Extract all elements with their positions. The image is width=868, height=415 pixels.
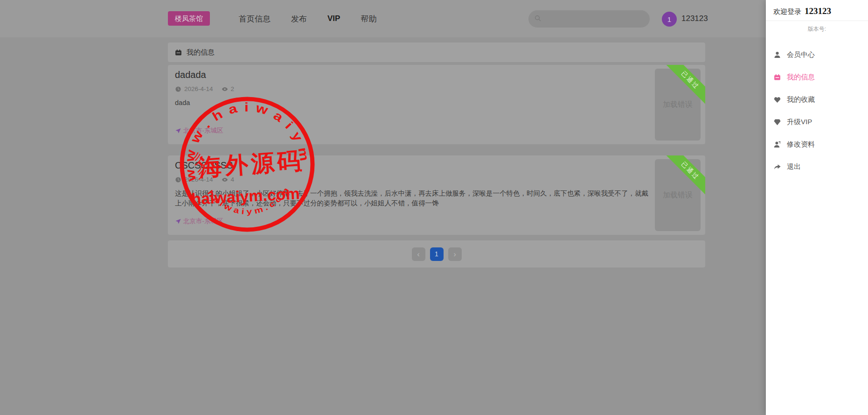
post-meta: 2026-4-14 2 <box>175 85 234 92</box>
post-date: 2026-4-14 <box>184 176 213 183</box>
post-location-text: 北京市-东城区 <box>183 127 223 135</box>
post-card[interactable]: CSCSCCSSS 2026-4-14 4 这是认识很久的小姐姐了，小区好停车，… <box>168 155 705 235</box>
clock-icon <box>175 86 181 92</box>
edit-profile-icon <box>773 141 781 148</box>
sidebar-item-my-info[interactable]: 我的信息 <box>766 66 868 88</box>
my-info-icon <box>174 49 182 56</box>
post-image-placeholder: 加载错误 <box>655 159 701 231</box>
my-info-icon <box>773 73 781 81</box>
navigation-icon <box>175 127 181 134</box>
sidebar-item-label: 我的信息 <box>787 73 815 82</box>
welcome-prefix: 欢迎登录 <box>773 7 801 15</box>
version-label: 版本号: <box>766 21 868 38</box>
member-icon <box>773 51 781 59</box>
post-views: 4 <box>231 176 235 183</box>
clock-icon <box>175 176 181 183</box>
sidebar-item-label: 修改资料 <box>787 140 815 149</box>
nav-links: 首页信息 发布 VIP 帮助 <box>239 0 376 37</box>
post-location-text: 北京市-东城区 <box>183 217 223 225</box>
welcome-username: 123123 <box>805 6 831 16</box>
sidebar-item-label: 升级VIP <box>787 118 812 127</box>
site-logo[interactable]: 楼凤茶馆 <box>168 11 210 26</box>
avatar[interactable]: 1 <box>662 12 677 27</box>
post-date: 2026-4-14 <box>184 85 213 92</box>
search-box <box>528 10 650 28</box>
post-views: 2 <box>231 85 235 92</box>
post-location: 北京市-东城区 <box>175 217 223 225</box>
post-body: 这是认识很久的小姐姐了，小区好停车，去了一个拥抱，领我去洗澡，后水中潇，再去床上… <box>175 189 648 208</box>
logout-icon <box>773 163 781 171</box>
nav-link-vip[interactable]: VIP <box>327 14 340 23</box>
nav-link-home[interactable]: 首页信息 <box>239 14 271 24</box>
top-navbar: 楼凤茶馆 首页信息 发布 VIP 帮助 1 123123 <box>0 0 868 37</box>
drawer-menu: 会员中心 我的信息 我的收藏 升级VIP 修改资料 退出 <box>766 38 868 178</box>
sidebar-item-upgrade-vip[interactable]: 升级VIP <box>766 111 868 133</box>
list-header-panel: 我的信息 <box>168 42 705 62</box>
search-icon <box>534 14 542 24</box>
post-location: 北京市-东城区 <box>175 127 223 135</box>
favorites-icon <box>773 96 781 104</box>
post-title: CSCSCCSSS <box>175 160 233 171</box>
post-card[interactable]: dadada 2026-4-14 2 dada 北京市-东城区 加载错误 已通过 <box>168 65 705 144</box>
sidebar-item-logout[interactable]: 退出 <box>766 155 868 178</box>
post-image-placeholder: 加载错误 <box>655 69 701 141</box>
navigation-icon <box>175 218 181 225</box>
post-title: dadada <box>175 70 206 80</box>
sidebar-item-label: 我的收藏 <box>787 95 815 104</box>
search-input[interactable] <box>545 15 644 23</box>
sidebar-item-favorites[interactable]: 我的收藏 <box>766 88 868 111</box>
welcome-line: 欢迎登录123123 <box>766 0 868 21</box>
image-error-text: 加载错误 <box>663 100 693 110</box>
post-body: dada <box>175 98 648 108</box>
pagination-prev-button[interactable]: ‹ <box>412 247 425 261</box>
pagination-next-button[interactable]: › <box>448 247 462 261</box>
vip-upgrade-icon <box>773 118 781 126</box>
post-meta: 2026-4-14 4 <box>175 176 234 183</box>
page: 楼凤茶馆 首页信息 发布 VIP 帮助 1 123123 我的信息 <box>0 0 868 415</box>
panel-title: 我的信息 <box>187 48 215 57</box>
member-drawer: 欢迎登录123123 版本号: 会员中心 我的信息 我的收藏 升级VIP <box>766 0 868 415</box>
eye-icon <box>222 176 228 183</box>
image-error-text: 加载错误 <box>663 190 693 200</box>
nav-link-help[interactable]: 帮助 <box>361 14 376 24</box>
eye-icon <box>222 86 228 92</box>
sidebar-item-member-center[interactable]: 会员中心 <box>766 43 868 66</box>
sidebar-item-edit-profile[interactable]: 修改资料 <box>766 133 868 155</box>
pagination-page-1[interactable]: 1 <box>430 247 444 261</box>
pagination-panel: ‹ 1 › <box>168 240 705 267</box>
nav-link-publish[interactable]: 发布 <box>291 14 307 24</box>
sidebar-item-label: 会员中心 <box>787 50 815 59</box>
navbar-username[interactable]: 123123 <box>681 0 708 37</box>
sidebar-item-label: 退出 <box>787 162 801 171</box>
